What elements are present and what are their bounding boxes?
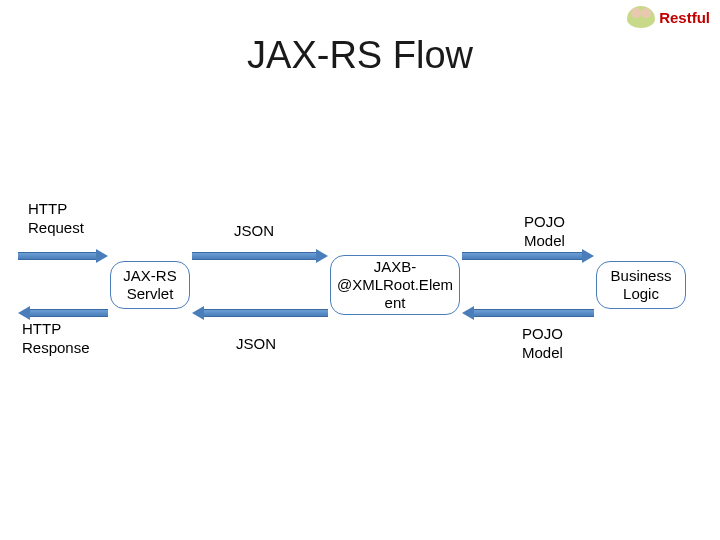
- node-jaxrs-servlet: JAX-RS Servlet: [110, 261, 190, 309]
- label-json-bottom: JSON: [236, 335, 276, 354]
- arrow-logic-to-jaxb: [462, 306, 594, 320]
- label-pojo-top: POJO Model: [524, 213, 565, 251]
- label-http-response: HTTP Response: [22, 320, 90, 358]
- badge-label: Restful: [659, 9, 710, 26]
- people-icon: [627, 6, 655, 28]
- arrow-servlet-to-response: [18, 306, 108, 320]
- label-http-request: HTTP Request: [28, 200, 84, 238]
- node-business-logic: Business Logic: [596, 261, 686, 309]
- label-pojo-bottom: POJO Model: [522, 325, 563, 363]
- arrow-jaxb-to-servlet: [192, 306, 328, 320]
- arrow-servlet-to-jaxb: [192, 249, 328, 263]
- arrow-request-to-servlet: [18, 249, 108, 263]
- page-title: JAX-RS Flow: [0, 34, 720, 77]
- arrow-jaxb-to-logic: [462, 249, 594, 263]
- label-json-top: JSON: [234, 222, 274, 241]
- node-jaxb: JAXB- @XMLRoot.Elem ent: [330, 255, 460, 315]
- header-badge: Restful: [627, 6, 710, 28]
